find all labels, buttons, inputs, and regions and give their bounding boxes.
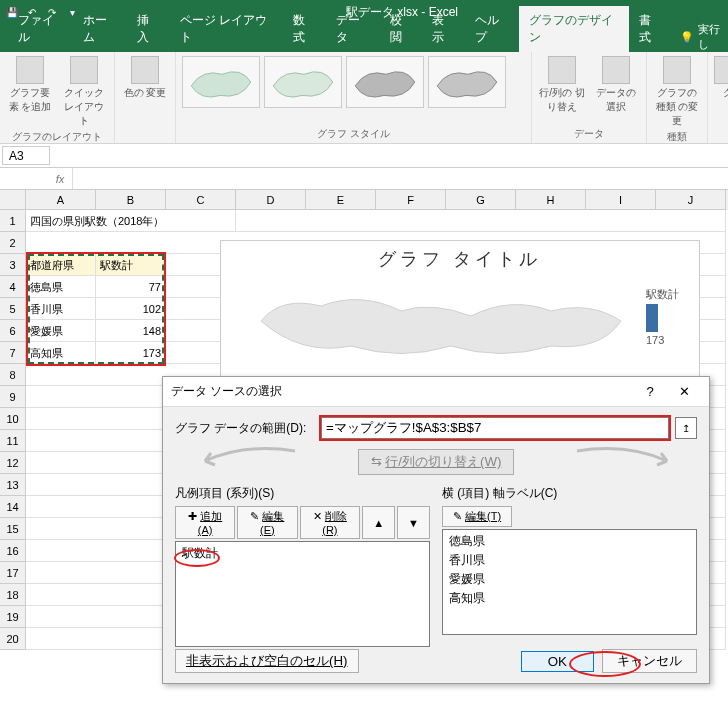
col-E[interactable]: E — [306, 190, 376, 210]
col-B[interactable]: B — [96, 190, 166, 210]
select-data-button[interactable]: データの 選択 — [592, 56, 640, 114]
cell-A3[interactable]: 都道府県 — [26, 254, 96, 276]
style-thumb-3[interactable] — [346, 56, 424, 108]
cell-A5[interactable]: 香川県 — [26, 298, 96, 320]
palette-icon — [131, 56, 159, 84]
cell-B4[interactable]: 77 — [96, 276, 166, 298]
axis-item-1[interactable]: 香川県 — [447, 551, 692, 570]
group-data: 行/列の 切り替え データの 選択 データ — [532, 52, 647, 143]
group-colors: 色の 変更 — [115, 52, 176, 143]
cell-A7[interactable]: 高知県 — [26, 342, 96, 364]
select-data-source-dialog: データ ソースの選択 ? ✕ グラフ データの範囲(D): ↥ ⇆ 行/列の切り… — [162, 376, 710, 684]
axis-item-0[interactable]: 徳島県 — [447, 532, 692, 551]
tab-format[interactable]: 書式 — [629, 6, 672, 52]
cell-B7[interactable]: 173 — [96, 342, 166, 364]
group-label-data: データ — [538, 125, 640, 141]
bulb-icon: 💡 — [680, 31, 694, 44]
legend-value: 173 — [646, 334, 679, 346]
series-up-button[interactable]: ▲ — [362, 506, 395, 539]
tab-chartdesign[interactable]: グラフのデザイン — [519, 6, 629, 52]
series-delete-button[interactable]: ✕ 削除(R) — [300, 506, 361, 539]
style-thumb-4[interactable] — [428, 56, 506, 108]
col-D[interactable]: D — [236, 190, 306, 210]
tab-review[interactable]: 校閲 — [380, 6, 423, 52]
tab-pagelayout[interactable]: ページ レイアウト — [170, 6, 284, 52]
tab-data[interactable]: データ — [326, 6, 380, 52]
col-A[interactable]: A — [26, 190, 96, 210]
chart-title[interactable]: グラフ タイトル — [221, 241, 699, 271]
switch-row-col-button: ⇆ 行/列の切り替え(W) — [358, 449, 515, 475]
group-cut: グ — [708, 52, 728, 143]
series-item-0[interactable]: 駅数計 — [180, 544, 425, 563]
move-chart-button[interactable]: グ — [714, 56, 728, 100]
tab-formulas[interactable]: 数式 — [283, 6, 326, 52]
col-H[interactable]: H — [516, 190, 586, 210]
formula-bar[interactable]: fx — [0, 168, 728, 190]
col-C[interactable]: C — [166, 190, 236, 210]
series-edit-button[interactable]: ✎ 編集(E) — [237, 506, 297, 539]
cancel-button[interactable]: キャンセル — [602, 649, 697, 673]
tab-home[interactable]: ホーム — [73, 6, 127, 52]
collapse-range-button[interactable]: ↥ — [675, 417, 697, 439]
axis-label: 横 (項目) 軸ラベル(C) — [442, 485, 697, 502]
ok-button[interactable]: OK — [521, 651, 594, 672]
axis-item-3[interactable]: 高知県 — [447, 589, 692, 608]
series-label: 凡例項目 (系列)(S) — [175, 485, 430, 502]
chart-type-icon — [663, 56, 691, 84]
col-I[interactable]: I — [586, 190, 656, 210]
group-type: グラフの種類 の変更 種類 — [647, 52, 708, 143]
cell-A1[interactable]: 四国の県別駅数（2018年） — [26, 210, 236, 232]
cell-B6[interactable]: 148 — [96, 320, 166, 342]
tab-file[interactable]: ファイル — [8, 6, 73, 52]
dialog-titlebar[interactable]: データ ソースの選択 ? ✕ — [163, 377, 709, 407]
help-icon[interactable]: ? — [633, 384, 667, 399]
quick-layout-button[interactable]: クイック レイアウト — [60, 56, 108, 128]
fx-icon[interactable]: fx — [48, 173, 72, 185]
tab-view[interactable]: 表示 — [422, 6, 465, 52]
row-1: 1四国の県別駅数（2018年） — [0, 210, 728, 232]
series-add-button[interactable]: ✚ 追加(A) — [175, 506, 235, 539]
switch-icon: ⇆ — [371, 454, 382, 469]
series-listbox[interactable]: 駅数計 — [175, 541, 430, 647]
column-headers: A B C D E F G H I J — [0, 190, 728, 210]
col-J[interactable]: J — [656, 190, 726, 210]
cell-B3[interactable]: 駅数計 — [96, 254, 166, 276]
close-icon[interactable]: ✕ — [667, 384, 701, 399]
group-label-layout: グラフのレイアウト — [6, 128, 108, 144]
style-thumb-1[interactable] — [182, 56, 260, 108]
map-chart[interactable]: グラフ タイトル 駅数計 173 — [220, 240, 700, 380]
arrow-left-icon — [185, 447, 305, 473]
cell-B5[interactable]: 102 — [96, 298, 166, 320]
cell-A6[interactable]: 愛媛県 — [26, 320, 96, 342]
chart-data-range-input[interactable] — [321, 417, 669, 439]
name-box[interactable]: A3 — [2, 146, 50, 165]
select-all-corner[interactable] — [0, 190, 26, 210]
switch-rowcol-button[interactable]: 行/列の 切り替え — [538, 56, 586, 114]
hidden-cells-button[interactable]: 非表示および空白のセル(H) — [175, 649, 359, 673]
style-thumb-2[interactable] — [264, 56, 342, 108]
tab-insert[interactable]: 挿入 — [127, 6, 170, 52]
select-data-icon — [602, 56, 630, 84]
name-formula-row: A3 — [0, 144, 728, 168]
axis-listbox[interactable]: 徳島県 香川県 愛媛県 高知県 — [442, 529, 697, 635]
add-element-icon — [16, 56, 44, 84]
quick-layout-icon — [70, 56, 98, 84]
cell-A4[interactable]: 徳島県 — [26, 276, 96, 298]
col-G[interactable]: G — [446, 190, 516, 210]
switch-icon — [548, 56, 576, 84]
change-chart-type-button[interactable]: グラフの種類 の変更 — [653, 56, 701, 128]
arrow-right-icon — [567, 447, 687, 473]
change-colors-button[interactable]: 色の 変更 — [121, 56, 169, 100]
axis-item-2[interactable]: 愛媛県 — [447, 570, 692, 589]
legend-label: 駅数計 — [646, 287, 679, 302]
col-F[interactable]: F — [376, 190, 446, 210]
add-chart-element-button[interactable]: グラフ要素 を追加 — [6, 56, 54, 114]
ribbon: グラフ要素 を追加 クイック レイアウト グラフのレイアウト 色の 変更 グラフ… — [0, 52, 728, 144]
tab-help[interactable]: ヘルプ — [465, 6, 519, 52]
group-chart-styles: グラフ スタイル — [176, 52, 532, 143]
world-map-plot — [251, 281, 631, 371]
series-down-button[interactable]: ▼ — [397, 506, 430, 539]
tell-me[interactable]: 💡 実行し — [680, 22, 728, 52]
range-label: グラフ データの範囲(D): — [175, 420, 315, 437]
axis-edit-button[interactable]: ✎ 編集(T) — [442, 506, 512, 527]
